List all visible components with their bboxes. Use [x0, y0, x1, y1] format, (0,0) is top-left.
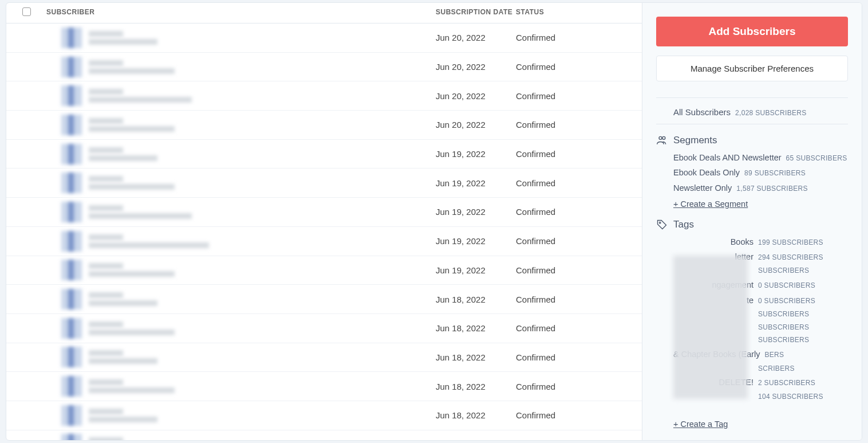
subscription-date: Jun 20, 2022	[436, 91, 516, 101]
table-header-row: SUBSCRIBER SUBSCRIPTION DATE STATUS	[6, 3, 642, 23]
header-subscriber: SUBSCRIBER	[46, 8, 436, 16]
subscription-date: Jun 18, 2022	[436, 295, 516, 304]
avatar	[61, 405, 82, 426]
subscriber-email-redacted	[89, 271, 175, 277]
status-value: Confirmed	[516, 62, 642, 72]
tags-icon	[656, 219, 668, 230]
subscriber-name-redacted	[89, 205, 123, 211]
subscriber-email-redacted	[89, 417, 157, 422]
subscription-date: Jun 18, 2022	[436, 352, 516, 362]
tag-name: DELETE!	[673, 377, 753, 388]
sidebar: Add Subscribers Manage Subscriber Prefer…	[642, 3, 862, 440]
subscription-date: Jun 18, 2022	[436, 440, 516, 441]
tag-count: SUBSCRIBERS	[758, 266, 809, 276]
avatar	[61, 57, 82, 77]
status-value: Confirmed	[516, 207, 642, 217]
avatar	[61, 144, 82, 164]
table-row[interactable]: Jun 18, 2022 Confirmed	[6, 401, 642, 430]
tag-count: SCRIBERS	[758, 364, 795, 374]
table-row[interactable]: Jun 18, 2022 Confirmed	[6, 343, 642, 373]
segment-item[interactable]: Ebook Deals AND Newsletter 65 SUBSCRIBER…	[673, 152, 848, 163]
status-value: Confirmed	[516, 382, 642, 391]
tag-item[interactable]: Books 199 SUBSCRIBERS	[673, 236, 848, 248]
status-value: Confirmed	[516, 295, 642, 304]
avatar	[61, 347, 82, 367]
table-row[interactable]: Jun 20, 2022 Confirmed	[6, 53, 642, 82]
avatar	[61, 376, 82, 397]
subscription-date: Jun 19, 2022	[436, 265, 516, 275]
subscriber-email-redacted	[89, 126, 175, 132]
tag-count: SUBSCRIBERS	[758, 335, 809, 345]
subscriber-email-redacted	[89, 330, 175, 335]
status-value: Confirmed	[516, 265, 642, 275]
table-row[interactable]: Jun 20, 2022 Confirmed	[6, 111, 642, 140]
table-row[interactable]: Jun 20, 2022 Confirmed	[6, 23, 642, 53]
tag-item[interactable]: 104 SUBSCRIBERS	[673, 392, 848, 402]
tag-item[interactable]: SUBSCRIBERS	[673, 323, 848, 332]
tag-item[interactable]: ngagement 0 SUBSCRIBERS	[673, 279, 848, 291]
table-row[interactable]: Jun 18, 2022 Confirmed	[6, 372, 642, 401]
manage-preferences-button[interactable]: Manage Subscriber Preferences	[656, 56, 848, 81]
tag-count: 104 SUBSCRIBERS	[758, 392, 823, 402]
table-row[interactable]: Jun 20, 2022 Confirmed	[6, 81, 642, 111]
segment-count: 89 SUBSCRIBERS	[744, 168, 806, 178]
tag-item[interactable]: SUBSCRIBERS	[673, 335, 848, 345]
segment-item[interactable]: Newsletter Only 1,587 SUBSCRIBERS	[673, 182, 848, 194]
segment-name: Ebook Deals Only	[673, 167, 740, 178]
tag-item[interactable]: SUBSCRIBERS	[673, 266, 848, 276]
header-date: SUBSCRIPTION DATE	[436, 8, 516, 16]
subscriber-name-redacted	[89, 118, 123, 124]
table-row[interactable]: Jun 19, 2022 Confirmed	[6, 256, 642, 285]
avatar	[61, 85, 82, 106]
subscriber-name-redacted	[89, 263, 123, 269]
table-row[interactable]: Jun 18, 2022 Confirmed	[6, 285, 642, 314]
subscriber-name-redacted	[89, 89, 123, 95]
subscriber-email-redacted	[89, 213, 192, 219]
tag-item[interactable]: SUBSCRIBERS	[673, 309, 848, 319]
tag-item[interactable]: SCRIBERS	[673, 364, 848, 374]
tag-count: SUBSCRIBERS	[758, 323, 809, 332]
create-segment-link[interactable]: + Create a Segment	[673, 199, 848, 209]
table-row[interactable]: Jun 19, 2022 Confirmed	[6, 168, 642, 198]
tag-count: SUBSCRIBERS	[758, 309, 809, 319]
subscriber-email-redacted	[89, 97, 192, 103]
tag-count: 199 SUBSCRIBERS	[758, 238, 823, 248]
table-row[interactable]: Jun 19, 2022 Confirmed	[6, 198, 642, 227]
segment-item[interactable]: Ebook Deals Only 89 SUBSCRIBERS	[673, 167, 848, 178]
tag-name: te	[673, 295, 753, 306]
subscriber-name-redacted	[89, 379, 123, 385]
subscriber-name-redacted	[89, 350, 123, 356]
avatar	[61, 231, 82, 252]
svg-point-2	[659, 222, 661, 224]
status-value: Confirmed	[516, 352, 642, 362]
status-value: Confirmed	[516, 236, 642, 246]
select-all-checkbox[interactable]	[22, 7, 31, 16]
tag-item[interactable]: te 0 SUBSCRIBERS	[673, 295, 848, 306]
subscription-date: Jun 18, 2022	[436, 323, 516, 333]
table-row[interactable]: Jun 18, 2022 Confirmed	[6, 314, 642, 343]
tag-item[interactable]: & Chapter Books (Early BERS	[673, 348, 848, 360]
subscriber-name-redacted	[89, 176, 123, 182]
subscriber-name-redacted	[89, 234, 123, 240]
table-row[interactable]: Jun 18, 2022 Confirmed	[6, 430, 642, 441]
table-row[interactable]: Jun 19, 2022 Confirmed	[6, 227, 642, 256]
tag-item[interactable]: DELETE! 2 SUBSCRIBERS	[673, 377, 848, 388]
tag-count: 294 SUBSCRIBERS	[758, 253, 823, 262]
add-subscribers-button[interactable]: Add Subscribers	[656, 17, 848, 46]
subscriber-email-redacted	[89, 155, 157, 161]
create-tag-link[interactable]: + Create a Tag	[673, 420, 848, 429]
table-row[interactable]: Jun 19, 2022 Confirmed	[6, 140, 642, 169]
avatar	[61, 434, 82, 441]
all-subscribers-label: All Subscribers	[673, 107, 731, 117]
status-value: Confirmed	[516, 149, 642, 159]
status-value: Confirmed	[516, 91, 642, 101]
tags-title: Tags	[673, 219, 694, 230]
tag-count: 0 SUBSCRIBERS	[758, 296, 815, 306]
status-value: Confirmed	[516, 323, 642, 333]
all-subscribers-row[interactable]: All Subscribers 2,028 SUBSCRIBERS	[656, 97, 848, 124]
svg-point-1	[662, 136, 665, 139]
subscription-date: Jun 19, 2022	[436, 149, 516, 159]
subscription-date: Jun 18, 2022	[436, 410, 516, 420]
subscriber-email-redacted	[89, 184, 175, 190]
tag-item[interactable]: letter 294 SUBSCRIBERS	[673, 251, 848, 262]
